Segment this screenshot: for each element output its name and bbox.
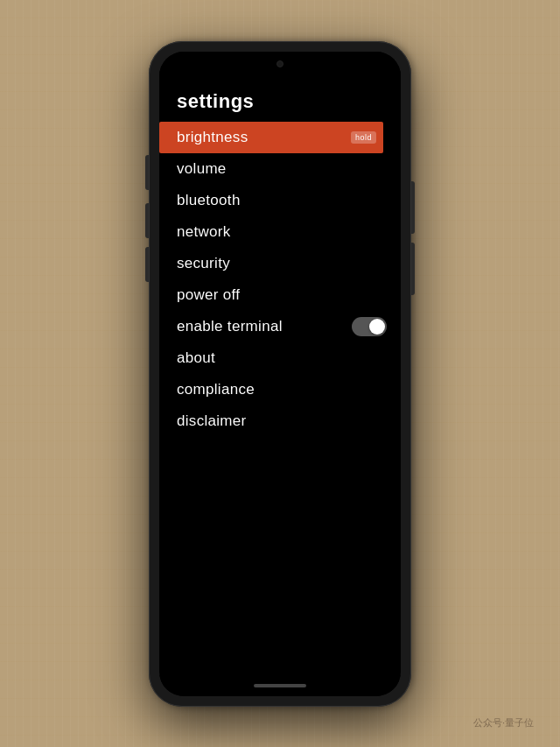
camera-dot [276, 60, 284, 67]
settings-title: settings [159, 90, 401, 122]
menu-item-disclaimer[interactable]: disclaimer [159, 405, 401, 437]
camera-area [159, 52, 401, 76]
menu-item-label-compliance: compliance [177, 381, 255, 398]
toggle-knob-enable-terminal [369, 319, 385, 335]
menu-item-label-disclaimer: disclaimer [177, 412, 247, 430]
menu-item-security[interactable]: security [159, 248, 401, 279]
menu-item-about[interactable]: about [159, 342, 401, 374]
menu-item-label-enable-terminal: enable terminal [177, 318, 283, 335]
menu-item-label-about: about [177, 349, 215, 367]
menu-item-volume[interactable]: volume [159, 153, 401, 185]
menu-item-label-network: network [177, 223, 231, 241]
menu-item-label-brightness: brightness [177, 129, 248, 146]
menu-item-network[interactable]: network [159, 216, 401, 248]
menu-item-compliance[interactable]: compliance [159, 374, 401, 405]
toggle-enable-terminal[interactable] [352, 317, 387, 336]
menu-item-label-bluetooth: bluetooth [177, 192, 241, 209]
menu-item-power-off[interactable]: power off [159, 279, 401, 311]
watermark: 公众号·量子位 [473, 716, 534, 729]
settings-container: settings brightnessholdvolumebluetoothne… [159, 76, 401, 675]
menu-item-label-power-off: power off [177, 286, 240, 304]
phone-screen: settings brightnessholdvolumebluetoothne… [159, 52, 401, 696]
menu-item-enable-terminal[interactable]: enable terminal [159, 311, 401, 342]
home-indicator [159, 675, 401, 696]
menu-item-label-security: security [177, 255, 230, 272]
hold-badge: hold [351, 131, 376, 144]
home-bar [254, 684, 306, 687]
menu-item-label-volume: volume [177, 160, 227, 178]
menu-item-brightness[interactable]: brightnesshold [159, 122, 383, 153]
toggle-container-enable-terminal[interactable] [352, 317, 387, 336]
phone-device: settings brightnessholdvolumebluetoothne… [149, 41, 411, 707]
menu-item-bluetooth[interactable]: bluetooth [159, 185, 401, 216]
menu-list: brightnessholdvolumebluetoothnetworksecu… [159, 122, 401, 437]
